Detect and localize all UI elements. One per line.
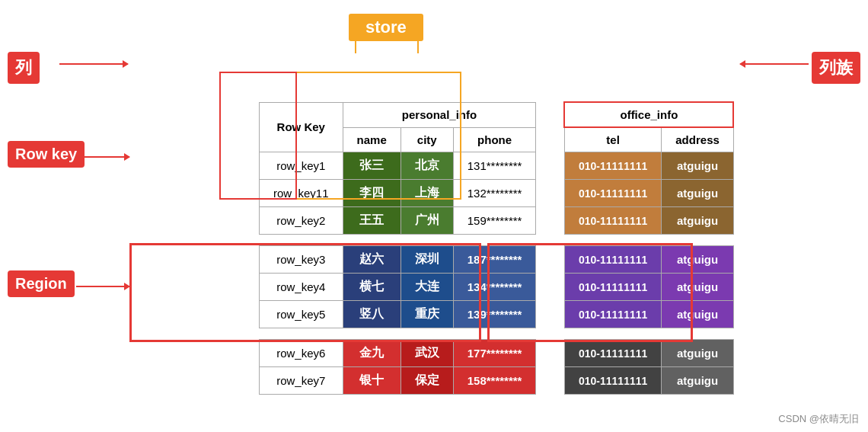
spacer-cell <box>536 152 565 180</box>
rowkey-arrow <box>76 156 129 158</box>
lie-arrow <box>59 63 128 65</box>
name-cell: 金九 <box>343 340 400 367</box>
row-key-cell: row_key11 <box>260 180 343 207</box>
spacer-cell <box>536 207 565 235</box>
phone-cell: 158******** <box>453 367 536 395</box>
region-label: Region <box>8 270 75 297</box>
address-cell: atguigu <box>662 180 734 207</box>
table-row: row_key5 竖八 重庆 139******** 010-11111111 … <box>260 301 734 328</box>
address-cell: atguigu <box>662 207 734 235</box>
spacer-header <box>536 102 565 127</box>
spacer-cell <box>536 367 565 395</box>
tel-cell: 010-11111111 <box>564 246 661 274</box>
name-cell: 王五 <box>343 207 400 235</box>
tel-cell: 010-11111111 <box>564 207 661 235</box>
address-cell: atguigu <box>662 274 734 301</box>
table-row: row_key6 金九 武汉 177******** 010-11111111 … <box>260 340 734 367</box>
address-cell: atguigu <box>662 246 734 274</box>
spacer-cell <box>536 180 565 207</box>
city-cell: 保定 <box>400 367 453 395</box>
main-table: Row Key personal_info office_info name c… <box>259 101 734 395</box>
city-cell: 大连 <box>400 274 453 301</box>
name-cell: 横七 <box>343 274 400 301</box>
city-cell: 广州 <box>400 207 453 235</box>
spacer-header2 <box>536 127 565 152</box>
spacer-row <box>260 235 734 246</box>
address-header: address <box>662 127 734 152</box>
table-row: row_key2 王五 广州 159******** 010-11111111 … <box>260 207 734 235</box>
lie-label: 列 <box>8 52 40 84</box>
phone-cell: 134******** <box>453 274 536 301</box>
tel-header: tel <box>564 127 661 152</box>
phone-cell: 132******** <box>453 180 536 207</box>
spacer-cell <box>536 301 565 328</box>
tel-cell: 010-11111111 <box>564 301 661 328</box>
row-key-cell: row_key2 <box>260 207 343 235</box>
phone-cell: 177******** <box>453 340 536 367</box>
address-cell: atguigu <box>662 301 734 328</box>
store-label: store <box>349 14 423 41</box>
phone-cell: 131******** <box>453 152 536 180</box>
phone-header: phone <box>453 127 536 152</box>
address-cell: atguigu <box>662 340 734 367</box>
address-cell: atguigu <box>662 152 734 180</box>
table-row: row_key11 李四 上海 132******** 010-11111111… <box>260 180 734 207</box>
rowkey-header: Row Key <box>260 102 343 152</box>
table-row: row_key7 银十 保定 158******** 010-11111111 … <box>260 367 734 395</box>
row-key-cell: row_key6 <box>260 340 343 367</box>
office-info-header: office_info <box>564 102 733 127</box>
tel-cell: 010-11111111 <box>564 152 661 180</box>
city-cell: 北京 <box>400 152 453 180</box>
city-cell: 武汉 <box>400 340 453 367</box>
tel-cell: 010-11111111 <box>564 367 661 395</box>
rowkey-label: Row key <box>8 141 85 168</box>
city-cell: 重庆 <box>400 301 453 328</box>
table-row: row_key1 张三 北京 131******** 010-11111111 … <box>260 152 734 180</box>
spacer-cell <box>536 246 565 274</box>
name-header: name <box>343 127 400 152</box>
phone-cell: 139******** <box>453 301 536 328</box>
spacer-cell <box>536 340 565 367</box>
tel-cell: 010-11111111 <box>564 274 661 301</box>
spacer-row <box>260 328 734 340</box>
table-row: row_key3 赵六 深圳 187******** 010-11111111 … <box>260 246 734 274</box>
name-cell: 赵六 <box>343 246 400 274</box>
spacer-cell <box>536 274 565 301</box>
city-header: city <box>400 127 453 152</box>
phone-cell: 159******** <box>453 207 536 235</box>
region-arrow <box>76 286 129 287</box>
liezu-arrow <box>740 63 809 65</box>
phone-cell: 187******** <box>453 246 536 274</box>
row-key-cell: row_key4 <box>260 274 343 301</box>
tel-cell: 010-11111111 <box>564 340 661 367</box>
row-key-cell: row_key3 <box>260 246 343 274</box>
name-cell: 李四 <box>343 180 400 207</box>
liezu-label: 列族 <box>812 52 860 84</box>
watermark: CSDN @依晴无旧 <box>778 412 859 426</box>
address-cell: atguigu <box>662 367 734 395</box>
tel-cell: 010-11111111 <box>564 180 661 207</box>
name-cell: 竖八 <box>343 301 400 328</box>
personal-info-header: personal_info <box>343 102 536 127</box>
main-container: 列 列族 Row key Region store Row Key person… <box>0 0 868 432</box>
spacer-cell-full <box>260 235 734 246</box>
city-cell: 上海 <box>400 180 453 207</box>
name-cell: 银十 <box>343 367 400 395</box>
row-key-cell: row_key1 <box>260 152 343 180</box>
row-key-cell: row_key5 <box>260 301 343 328</box>
name-cell: 张三 <box>343 152 400 180</box>
spacer-cell-full <box>260 328 734 340</box>
row-key-cell: row_key7 <box>260 367 343 395</box>
table-row: row_key4 横七 大连 134******** 010-11111111 … <box>260 274 734 301</box>
city-cell: 深圳 <box>400 246 453 274</box>
